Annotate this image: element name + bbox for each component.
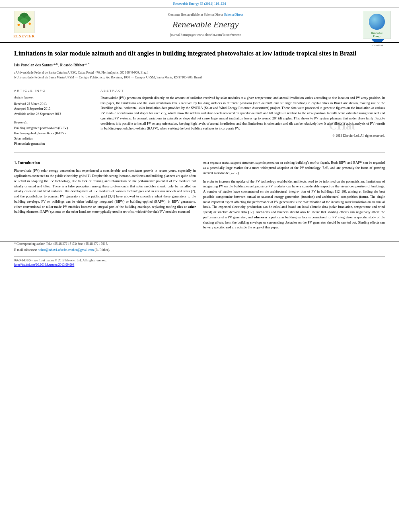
svg-point-6 xyxy=(17,24,19,26)
journal-banner: Renewable Energy 63 (2014) 116–124 xyxy=(0,0,399,8)
email-1[interactable]: ruther@inbox1.ufsc.br xyxy=(38,248,67,252)
elsevier-tree-icon xyxy=(13,11,35,33)
abstract-label: ABSTRACT xyxy=(101,88,385,93)
keywords-heading: Keywords: xyxy=(14,120,93,125)
section1-paragraph1: Photovoltaic (PV) solar energy conversio… xyxy=(14,168,196,214)
body-right-column: on a separate metal support structure, s… xyxy=(203,160,385,233)
keyword-1: Building-integrated photovoltaics (BIPV) xyxy=(14,126,93,131)
section1-number: 1. xyxy=(14,160,17,165)
journal-header: ELSEVIER Contents lists available at Sci… xyxy=(0,8,399,43)
article-title: Limitations in solar module azimuth and … xyxy=(14,49,385,58)
section1-title: Introduction xyxy=(18,160,40,165)
copyright-notice: © 2013 Elsevier Ltd. All rights reserved… xyxy=(101,134,385,138)
corresponding-author-note: * Corresponding author. Tel.: +55 48 372… xyxy=(14,242,385,246)
article-meta: ARTICLE INFO Article history: Received 2… xyxy=(14,88,385,147)
svg-point-7 xyxy=(29,23,31,25)
footer-area: * Corresponding author. Tel.: +55 48 372… xyxy=(0,241,399,271)
abstract-section: ABSTRACT Photovoltaic (PV) generation de… xyxy=(101,88,385,147)
doi-link: http://dx.doi.org/10.1016/j.renene.2013.… xyxy=(14,263,385,267)
article-content: ✕ CrossMark Limitations in solar module … xyxy=(0,43,399,160)
crossmark-label: CrossMark xyxy=(371,44,385,47)
journal-homepage: journal homepage: www.elsevier.com/locat… xyxy=(48,33,363,37)
keyword-2: Building-applied photovoltaics (BAPV) xyxy=(14,131,93,136)
journal-name: Renewable Energy xyxy=(48,18,363,31)
keyword-4: Photovoltaic generation xyxy=(14,142,93,147)
body-columns: 1. Introduction Photovoltaic (PV) solar … xyxy=(0,160,399,233)
keyword-3: Solar radiation xyxy=(14,136,93,142)
article-history: Article history: Received 25 March 2013 … xyxy=(14,95,93,117)
authors: Ísis Portolan dos Santos a, b, Ricardo R… xyxy=(14,62,385,68)
section1-heading: 1. Introduction xyxy=(14,160,196,166)
keywords-list: Building-integrated photovoltaics (BIPV)… xyxy=(14,126,93,146)
journal-thumbnail: RenewableEnergy xyxy=(363,11,391,39)
elsevier-label: ELSEVIER xyxy=(13,34,35,39)
svg-point-4 xyxy=(20,18,28,24)
author-names: Ísis Portolan dos Santos a, b, Ricardo R… xyxy=(14,63,89,67)
received-date: Received 25 March 2013 xyxy=(14,102,93,107)
doi-url[interactable]: http://dx.doi.org/10.1016/j.renene.2013.… xyxy=(14,263,74,267)
affiliations: a Universidade Federal de Santa Catarina… xyxy=(14,70,385,80)
affiliation-a: a Universidade Federal de Santa Catarina… xyxy=(14,70,385,75)
article-info-column: ARTICLE INFO Article history: Received 2… xyxy=(14,88,93,147)
divider-1 xyxy=(14,85,385,85)
section1-paragraph3: In order to increase the uptake of the P… xyxy=(203,179,385,230)
thumb-label: RenewableEnergy xyxy=(371,31,383,38)
divider-2 xyxy=(14,152,385,153)
journal-citation: Renewable Energy 63 (2014) 116–124 xyxy=(173,2,226,6)
history-heading: Article history: xyxy=(14,95,93,101)
sciencedirect-link: Contents lists available at ScienceDirec… xyxy=(48,12,363,17)
globe-icon xyxy=(369,14,385,30)
email-addresses: E-mail addresses: ruther@inbox1.ufsc.br,… xyxy=(14,248,385,253)
accepted-date: Accepted 5 September 2013 xyxy=(14,107,93,112)
issn-notice: 0960-1481/$ – see front matter © 2013 El… xyxy=(14,258,385,263)
email-suffix: (R. Rüther). xyxy=(95,248,110,252)
journal-center: Contents lists available at ScienceDirec… xyxy=(48,12,363,38)
page: Renewable Energy 63 (2014) 116–124 ELSEV… xyxy=(0,0,399,532)
elsevier-logo: ELSEVIER xyxy=(8,11,40,39)
email-2[interactable]: rruther@gmail.com xyxy=(68,248,94,252)
email-label: E-mail addresses: xyxy=(14,248,37,252)
abstract-text: Photovoltaic (PV) generation depends dir… xyxy=(101,95,385,131)
affiliation-b: b Universidade Federal de Santa Maria/UF… xyxy=(14,75,385,80)
available-date: Available online 28 September 2013 xyxy=(14,112,93,117)
section1-paragraph2: on a separate metal support structure, s… xyxy=(203,160,385,175)
svg-rect-5 xyxy=(23,24,25,28)
keywords-section: Keywords: Building-integrated photovolta… xyxy=(14,120,93,146)
body-left-column: 1. Introduction Photovoltaic (PV) solar … xyxy=(14,160,196,233)
sciencedirect-url[interactable]: ScienceDirect xyxy=(224,12,243,16)
article-info-label: ARTICLE INFO xyxy=(14,88,93,93)
